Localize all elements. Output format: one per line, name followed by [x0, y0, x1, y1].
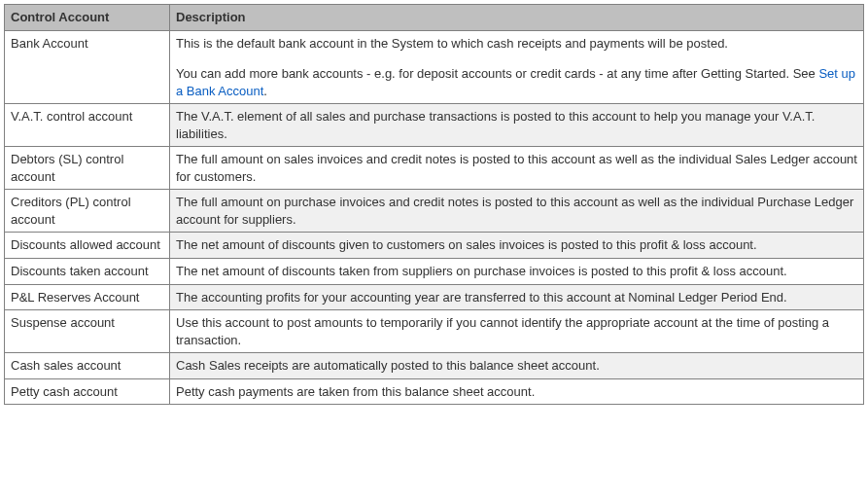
description-cell: Use this account to post amounts to temp…	[170, 310, 864, 353]
description-cell: The net amount of discounts given to cus…	[170, 233, 864, 259]
table-row: Suspense accountUse this account to post…	[5, 310, 864, 353]
account-cell: Discounts allowed account	[5, 233, 170, 259]
description-text: You can add more bank accounts - e.g. fo…	[176, 66, 818, 81]
table-row: Creditors (PL) control accountThe full a…	[5, 190, 864, 233]
account-cell: Debtors (SL) control account	[5, 147, 170, 190]
table-row: Bank AccountThis is the default bank acc…	[5, 30, 864, 104]
description-cell: The full amount on sales invoices and cr…	[170, 147, 864, 190]
description-cell: Cash Sales receipts are automatically po…	[170, 353, 864, 379]
account-cell: Creditors (PL) control account	[5, 190, 170, 233]
description-text: .	[263, 84, 267, 98]
table-row: Discounts allowed accountThe net amount …	[5, 233, 864, 259]
table-row: P&L Reserves AccountThe accounting profi…	[5, 284, 864, 310]
account-cell: Bank Account	[5, 30, 170, 104]
account-cell: V.A.T. control account	[5, 104, 170, 147]
paragraph-gap	[176, 52, 857, 65]
description-cell: The full amount on purchase invoices and…	[170, 190, 864, 233]
description-cell: This is the default bank account in the …	[170, 30, 864, 104]
account-cell: Suspense account	[5, 310, 170, 353]
description-cell: The V.A.T. element of all sales and purc…	[170, 104, 864, 147]
table-row: V.A.T. control accountThe V.A.T. element…	[5, 104, 864, 147]
description-cell: The net amount of discounts taken from s…	[170, 259, 864, 285]
account-cell: Petty cash account	[5, 378, 170, 405]
account-cell: Cash sales account	[5, 353, 170, 379]
table-row: Petty cash accountPetty cash payments ar…	[5, 378, 864, 405]
table-row: Discounts taken accountThe net amount of…	[5, 259, 864, 285]
control-accounts-table: Control Account Description Bank Account…	[4, 4, 864, 405]
table-row: Debtors (SL) control accountThe full amo…	[5, 147, 864, 190]
account-cell: Discounts taken account	[5, 259, 170, 285]
description-cell: The accounting profits for your accounti…	[170, 284, 864, 310]
table-row: Cash sales accountCash Sales receipts ar…	[5, 353, 864, 379]
description-text: This is the default bank account in the …	[176, 36, 728, 51]
account-cell: P&L Reserves Account	[5, 284, 170, 310]
header-description: Description	[170, 5, 864, 31]
description-cell: Petty cash payments are taken from this …	[170, 378, 864, 405]
table-header-row: Control Account Description	[5, 5, 864, 31]
header-account: Control Account	[5, 5, 170, 31]
